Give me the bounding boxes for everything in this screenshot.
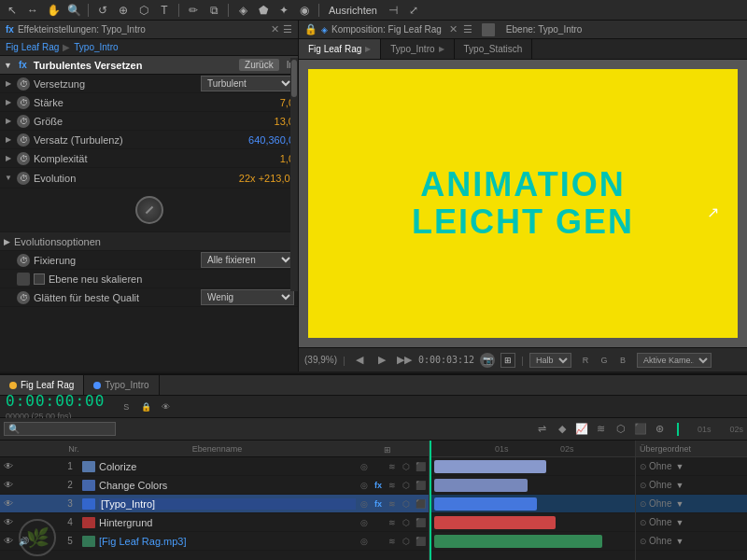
clone-tool-icon[interactable]: ⧉: [205, 2, 222, 19]
switch-3d-5[interactable]: ⬛: [414, 535, 427, 548]
switch-3d-4[interactable]: ⬛: [414, 516, 427, 529]
panel-close-icon[interactable]: ✕: [271, 23, 279, 35]
camera-dropdown[interactable]: Aktive Kame...: [637, 353, 712, 368]
lock-icon-2[interactable]: 🔒: [137, 399, 154, 415]
tl-bar-5[interactable]: [434, 535, 602, 548]
prev-frame-icon[interactable]: ◀: [351, 352, 368, 369]
vis-2[interactable]: 👁: [2, 480, 15, 490]
ohne-dropdown-1[interactable]: ▼: [675, 462, 684, 471]
prop-evolution-value[interactable]: 22x +213,0°: [239, 173, 294, 184]
breadcrumb-item-1[interactable]: Fig Leaf Rag: [6, 42, 59, 52]
switch-3d-1[interactable]: ⬛: [414, 460, 427, 473]
switch-adjust-4[interactable]: ⬡: [400, 516, 413, 529]
camera-tool-icon[interactable]: ⊕: [115, 2, 132, 19]
move-tool-icon[interactable]: ↔: [24, 2, 41, 19]
select-tool-icon[interactable]: ↖: [4, 2, 21, 19]
ohne-dropdown-5[interactable]: ▼: [675, 537, 684, 546]
tl-bar-1[interactable]: [434, 460, 546, 473]
ohne-dropdown-2[interactable]: ▼: [675, 481, 684, 490]
tab-fig-leaf-rag[interactable]: Fig Leaf Rag ▶: [299, 39, 381, 59]
3d-icon[interactable]: ⬛: [632, 421, 649, 438]
channel-icon-g[interactable]: G: [596, 352, 613, 369]
switch-fx-3[interactable]: fx: [372, 497, 385, 511]
switch-aa-1[interactable]: ◎: [358, 460, 371, 473]
vis-5[interactable]: 👁: [2, 536, 15, 546]
keyframe-icon[interactable]: ◆: [554, 421, 571, 438]
tl-bar-3[interactable]: [434, 497, 537, 511]
shape-tool-icon[interactable]: ⬡: [135, 2, 152, 19]
switch-fx-5[interactable]: [372, 535, 385, 548]
breadcrumb-item-2[interactable]: Typo_Intro: [74, 42, 118, 52]
tab-typo-intro[interactable]: Typo_Intro ▶: [381, 39, 454, 59]
switch-adjust-1[interactable]: ⬡: [400, 460, 413, 473]
switch-adjust-2[interactable]: ⬡: [400, 479, 413, 492]
misc-icon-3[interactable]: ✦: [275, 2, 292, 19]
layer-split-icon[interactable]: ⇌: [534, 421, 551, 438]
channel-icon-r[interactable]: R: [577, 352, 594, 369]
back-button[interactable]: Zurück: [239, 59, 279, 71]
adjustment-icon[interactable]: ⬡: [613, 421, 629, 438]
graph-editor-icon[interactable]: 📈: [573, 421, 590, 438]
ohne-dropdown-4[interactable]: ▼: [675, 518, 684, 527]
misc-icon-2[interactable]: ⬟: [255, 2, 272, 19]
comp-menu-icon[interactable]: ☰: [463, 23, 472, 35]
grid-icon[interactable]: ⊞: [500, 353, 515, 368]
pen-tool-icon[interactable]: ✏: [185, 2, 202, 19]
draft-icon[interactable]: ⊛: [652, 421, 669, 438]
switch-3d-2[interactable]: ⬛: [414, 479, 427, 492]
misc-icon-1[interactable]: ◈: [234, 2, 251, 19]
switch-fx-2[interactable]: fx: [372, 479, 385, 492]
prop-fixierung-dropdown[interactable]: Alle fixieren: [201, 252, 294, 268]
timeline-search[interactable]: [4, 422, 116, 436]
panel-icon-fx: fx: [6, 24, 14, 35]
channel-icon-b[interactable]: B: [614, 352, 631, 369]
switch-adjust-5[interactable]: ⬡: [400, 535, 413, 548]
rotate-tool-icon[interactable]: ↺: [94, 2, 111, 19]
prop-versatz-value[interactable]: 640,360,0: [248, 134, 294, 146]
switch-motion-2[interactable]: ≋: [386, 479, 399, 492]
switch-aa-3[interactable]: ◎: [358, 497, 371, 511]
vis-4[interactable]: 👁: [2, 517, 15, 527]
next-frame-icon[interactable]: ▶▶: [396, 352, 413, 369]
hand-tool-icon[interactable]: ✋: [45, 2, 62, 19]
comp-close-icon[interactable]: ✕: [449, 23, 458, 35]
visibility-icon[interactable]: 👁: [157, 399, 174, 415]
ohne-dropdown-3[interactable]: ▼: [675, 499, 684, 509]
switch-motion-4[interactable]: ≋: [386, 516, 399, 529]
switch-adjust-3[interactable]: ⬡: [400, 497, 413, 511]
align-left-icon[interactable]: ⊣: [385, 2, 402, 19]
switch-motion-3[interactable]: ≋: [386, 497, 399, 511]
text-tool-icon[interactable]: T: [156, 2, 173, 19]
tab-typo-statisch[interactable]: Typo_Statisch: [455, 39, 533, 59]
switch-fx-4[interactable]: [372, 516, 385, 529]
zoom-level[interactable]: (39,9%): [304, 355, 337, 365]
play-icon[interactable]: ▶: [374, 352, 390, 369]
prop-glaetten-dropdown[interactable]: Wenig Normal Viel: [201, 289, 294, 305]
vis-1[interactable]: 👁: [2, 461, 15, 471]
switch-motion-1[interactable]: ≋: [386, 460, 399, 473]
expand-icon[interactable]: ⤢: [405, 2, 422, 19]
motion-blur-icon[interactable]: ≋: [593, 421, 610, 438]
tl-bar-4[interactable]: [434, 516, 556, 529]
prop-versetzung-dropdown[interactable]: Turbulent Sanft: [201, 76, 294, 91]
panel-menu-icon[interactable]: ☰: [283, 23, 292, 35]
tl-bar-2[interactable]: [434, 479, 528, 492]
quality-dropdown[interactable]: Halb Voll Auto: [529, 353, 571, 368]
solo-icon[interactable]: S: [118, 399, 134, 415]
evolution-wheel[interactable]: [135, 196, 163, 224]
switch-aa-2[interactable]: ◎: [358, 479, 371, 492]
switch-motion-5[interactable]: ≋: [386, 535, 399, 548]
effects-scrollbar[interactable]: [290, 58, 298, 291]
vis-3[interactable]: 👁: [2, 498, 15, 509]
ebene-checkbox[interactable]: [34, 273, 45, 285]
switch-fx-1[interactable]: [372, 460, 385, 473]
snapshot-icon[interactable]: 📷: [480, 353, 495, 368]
switch-aa-4[interactable]: ◎: [358, 516, 371, 529]
turbulentes-versetzen-header[interactable]: ▼ fx Turbulentes Versetzen Zurück In: [0, 56, 298, 75]
timeline-timecode[interactable]: 0:00:00:00: [6, 392, 105, 410]
zoom-tool-icon[interactable]: 🔍: [65, 2, 82, 19]
misc-icon-4[interactable]: ◉: [296, 2, 313, 19]
evolutionsoptionen-header[interactable]: ▶ Evolutionsoptionen: [0, 232, 298, 251]
switch-aa-5[interactable]: ◎: [358, 535, 371, 548]
switch-3d-3[interactable]: ⬛: [414, 497, 427, 511]
